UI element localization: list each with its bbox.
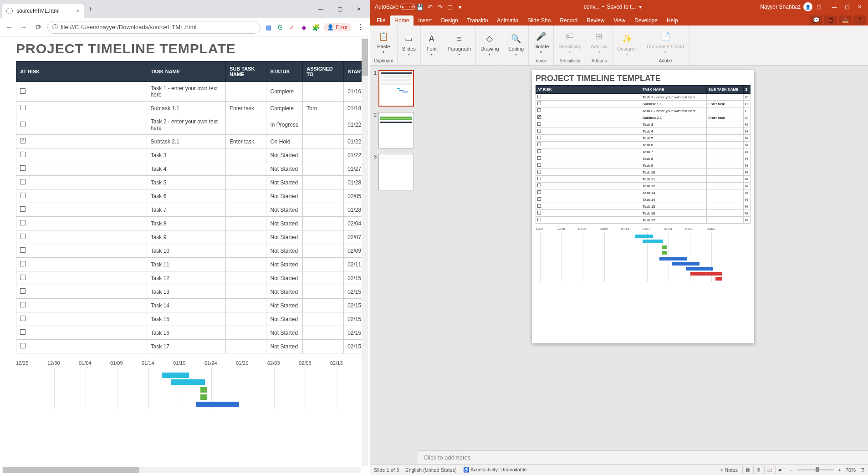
ribbon-tab-help[interactable]: Help bbox=[662, 15, 683, 26]
new-tab-button[interactable]: + bbox=[88, 5, 93, 14]
share-button[interactable]: 📤 bbox=[839, 15, 852, 25]
present-button[interactable]: ▢ bbox=[824, 15, 837, 25]
risk-checkbox bbox=[537, 190, 541, 194]
autosave-toggle[interactable]: AutoSave ●Off bbox=[375, 4, 415, 10]
ribbon-tab-home[interactable]: Home bbox=[390, 15, 414, 26]
undo-icon[interactable]: ↶ bbox=[425, 2, 435, 12]
address-bar[interactable]: ⓘ file:///C:/Users/nayyer/Downloads/sour… bbox=[47, 21, 260, 34]
ribbon-group: 📄Document Cloud▾Adobe bbox=[642, 26, 689, 65]
ribbon-tab-record[interactable]: Record bbox=[555, 15, 582, 26]
risk-checkbox[interactable] bbox=[20, 343, 26, 348]
risk-checkbox[interactable] bbox=[20, 165, 26, 171]
from-beginning-icon[interactable]: ▢ bbox=[445, 2, 455, 12]
risk-checkbox[interactable] bbox=[20, 329, 26, 335]
comments-button[interactable]: 💬 bbox=[810, 15, 822, 25]
menu-button[interactable]: ⋮ bbox=[355, 22, 366, 33]
dictate-button[interactable]: 🎤Dictate▾ bbox=[531, 28, 551, 56]
ribbon-display-button[interactable]: ▢ bbox=[812, 2, 825, 12]
reload-button[interactable]: ⟳ bbox=[33, 22, 44, 33]
zoom-slider[interactable] bbox=[797, 469, 834, 470]
editing-button[interactable]: 🔍Editing▾ bbox=[507, 31, 526, 58]
extension-icon[interactable]: G bbox=[276, 23, 284, 31]
notes-panel[interactable]: Click to add notes bbox=[418, 450, 868, 464]
ribbon-tab-view[interactable]: View bbox=[609, 15, 630, 26]
risk-checkbox[interactable] bbox=[20, 275, 26, 280]
close-button[interactable]: ✕ bbox=[350, 2, 368, 16]
horizontal-scrollbar[interactable] bbox=[2, 467, 361, 473]
ribbon-tab-insert[interactable]: Insert bbox=[414, 15, 436, 26]
close-button[interactable]: ✕ bbox=[853, 2, 866, 12]
paste-button[interactable]: 📋Paste▾ bbox=[375, 28, 392, 56]
ribbon-tab-file[interactable]: File bbox=[372, 15, 390, 26]
ribbon-group: ⊞Add-ins▾Add-ins bbox=[586, 26, 613, 65]
risk-checkbox[interactable] bbox=[20, 179, 26, 184]
zoom-level[interactable]: 70% bbox=[846, 467, 856, 473]
close-tab-icon[interactable]: × bbox=[76, 8, 79, 14]
extension-icon[interactable]: ▤ bbox=[264, 23, 272, 31]
ribbon-tab-develope[interactable]: Develope bbox=[630, 15, 662, 26]
document-title[interactable]: conv... • Saved to t... ▾ bbox=[584, 4, 642, 10]
risk-checkbox[interactable] bbox=[20, 88, 26, 94]
risk-checkbox[interactable] bbox=[20, 105, 26, 110]
browser-tab[interactable]: sourceHTML.html × bbox=[2, 4, 84, 18]
maximize-button[interactable]: ▢ bbox=[841, 2, 853, 12]
risk-checkbox[interactable] bbox=[20, 247, 26, 253]
save-icon[interactable]: 💾 bbox=[415, 2, 425, 12]
minimize-button[interactable]: — bbox=[311, 2, 330, 16]
risk-checkbox[interactable] bbox=[20, 220, 26, 225]
slide-canvas-area[interactable]: PROJECT TIMELINE TEMPLATE AT RISKTASK NA… bbox=[418, 66, 868, 450]
extension-icon[interactable]: ◆ bbox=[300, 23, 308, 31]
forward-button[interactable]: → bbox=[18, 22, 29, 33]
slide-number: 1 bbox=[374, 70, 377, 107]
slide-thumbnail-3[interactable] bbox=[378, 154, 414, 190]
fit-to-window-button[interactable]: ⊡ bbox=[860, 467, 864, 473]
risk-checkbox[interactable] bbox=[20, 122, 26, 127]
gantt-date: 01/04 bbox=[79, 360, 110, 366]
risk-checkbox[interactable] bbox=[20, 302, 26, 307]
maximize-button[interactable]: ▢ bbox=[331, 2, 349, 16]
ribbon-tab-slide sho[interactable]: Slide Sho bbox=[523, 15, 555, 26]
qat-dropdown-icon[interactable]: ▾ bbox=[455, 2, 465, 12]
slides-button[interactable]: ▭Slides▾ bbox=[400, 31, 418, 58]
risk-checkbox[interactable] bbox=[20, 138, 26, 143]
slide-canvas[interactable]: PROJECT TIMELINE TEMPLATE AT RISKTASK NA… bbox=[532, 70, 754, 343]
scroll-thumb[interactable] bbox=[362, 39, 368, 76]
notes-toggle[interactable]: ≡ Notes bbox=[720, 467, 738, 473]
collapse-ribbon-button[interactable]: ⌃ bbox=[853, 15, 866, 25]
risk-checkbox[interactable] bbox=[20, 206, 26, 212]
font-button[interactable]: AFont▾ bbox=[424, 31, 440, 58]
slide-sorter-button[interactable]: ⊞ bbox=[753, 466, 763, 474]
extensions-menu-icon[interactable]: 🧩 bbox=[311, 23, 320, 31]
user-account[interactable]: Nayyer Shahbaz 👤 bbox=[760, 2, 812, 11]
reading-view-button[interactable]: 📖 bbox=[764, 466, 774, 474]
status-cell: Not Started bbox=[266, 258, 303, 271]
slide-thumbnail-2[interactable] bbox=[378, 112, 414, 148]
language-status[interactable]: English (United States) bbox=[405, 467, 457, 473]
zoom-out-button[interactable]: − bbox=[790, 467, 792, 473]
slideshow-button[interactable]: ▰ bbox=[775, 466, 785, 474]
extension-icon[interactable]: ✓ bbox=[288, 23, 296, 31]
risk-checkbox[interactable] bbox=[20, 288, 26, 294]
ribbon-tab-transitio[interactable]: Transitio bbox=[463, 15, 493, 26]
zoom-in-button[interactable]: + bbox=[838, 467, 841, 473]
paragraph-button[interactable]: ≡Paragraph▾ bbox=[446, 31, 473, 58]
ribbon-tab-animatio[interactable]: Animatio bbox=[492, 15, 523, 26]
risk-checkbox[interactable] bbox=[20, 316, 26, 321]
profile-error-badge[interactable]: 👤 Error bbox=[323, 23, 352, 31]
normal-view-button[interactable]: ▦ bbox=[742, 466, 752, 474]
risk-checkbox[interactable] bbox=[20, 152, 26, 157]
vertical-scrollbar[interactable] bbox=[362, 38, 368, 466]
risk-checkbox[interactable] bbox=[20, 234, 26, 239]
accessibility-status[interactable]: ♿ Accessibility: Unavailable bbox=[463, 467, 527, 473]
minimize-button[interactable]: — bbox=[828, 2, 841, 12]
slide-thumbnail-1[interactable] bbox=[378, 70, 414, 107]
redo-icon[interactable]: ↷ bbox=[435, 2, 445, 12]
scroll-thumb[interactable] bbox=[3, 467, 139, 473]
ribbon-tab-design[interactable]: Design bbox=[436, 15, 462, 26]
ribbon-tab-review[interactable]: Review bbox=[582, 15, 609, 26]
risk-checkbox[interactable] bbox=[20, 261, 26, 266]
slide-counter[interactable]: Slide 1 of 3 bbox=[374, 467, 399, 473]
risk-checkbox[interactable] bbox=[20, 193, 26, 198]
back-button[interactable]: ← bbox=[4, 22, 15, 33]
drawing-button[interactable]: ◇Drawing▾ bbox=[479, 31, 500, 58]
